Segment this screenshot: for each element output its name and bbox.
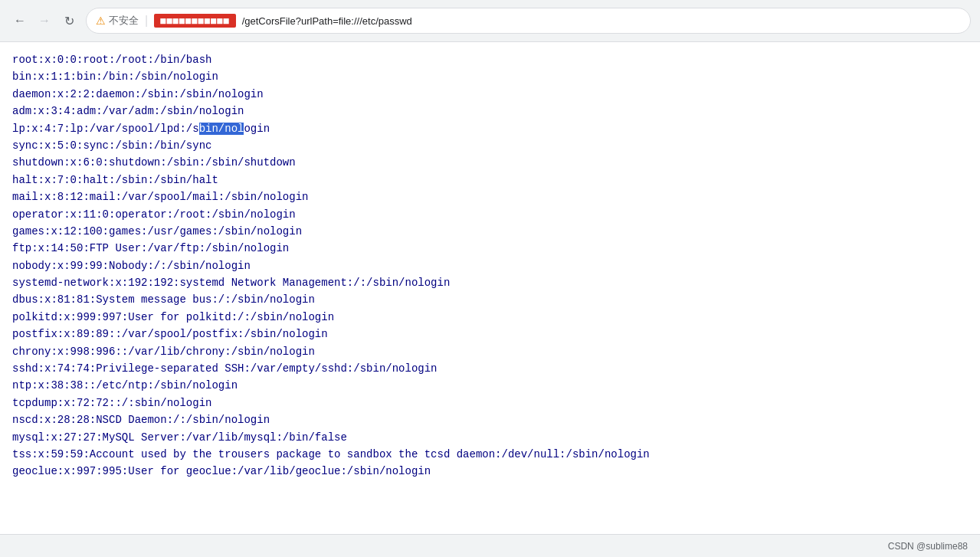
list-item: systemd-network:x:192:192:systemd Networ… bbox=[12, 274, 968, 291]
list-item: shutdown:x:6:0:shutdown:/sbin:/sbin/shut… bbox=[12, 154, 968, 171]
list-item: games:x:12:100:games:/usr/games:/sbin/no… bbox=[12, 223, 968, 240]
browser-footer: CSDN @sublime88 bbox=[0, 534, 980, 557]
list-item: nscd:x:28:28:NSCD Daemon:/:/sbin/nologin bbox=[12, 411, 968, 428]
address-bar[interactable]: ⚠ 不安全 | ■■■■■■■■■■■ /getCorsFile?urlPath… bbox=[86, 8, 971, 34]
selected-text: bin/nol bbox=[199, 123, 244, 135]
list-item: polkitd:x:999:997:User for polkitd:/:/sb… bbox=[12, 309, 968, 326]
url-path: /getCorsFile?urlPath=file:///etc/passwd bbox=[242, 15, 412, 27]
back-button[interactable]: ← bbox=[9, 10, 31, 31]
forward-button[interactable]: → bbox=[34, 10, 55, 31]
list-item: chrony:x:998:996::/var/lib/chrony:/sbin/… bbox=[12, 343, 968, 360]
list-item: halt:x:7:0:halt:/sbin:/sbin/halt bbox=[12, 172, 968, 188]
nav-buttons: ← → ↻ bbox=[9, 10, 80, 31]
list-item: geoclue:x:997:995:User for geoclue:/var/… bbox=[12, 463, 968, 480]
list-item: bin:x:1:1:bin:/bin:/sbin/nologin bbox=[12, 68, 968, 85]
list-item: adm:x:3:4:adm:/var/adm:/sbin/nologin bbox=[12, 103, 968, 120]
security-warning-label: 不安全 bbox=[109, 14, 139, 28]
back-icon: ← bbox=[14, 14, 26, 28]
list-item: daemon:x:2:2:daemon:/sbin:/sbin/nologin bbox=[12, 86, 968, 103]
warning-icon: ⚠ bbox=[96, 15, 106, 27]
list-item: dbus:x:81:81:System message bus:/:/sbin/… bbox=[12, 291, 968, 308]
list-item: ftp:x:14:50:FTP User:/var/ftp:/sbin/nolo… bbox=[12, 240, 968, 257]
list-item: mysql:x:27:27:MySQL Server:/var/lib/mysq… bbox=[12, 429, 968, 446]
list-item: root:x:0:0:root:/root:/bin/bash bbox=[12, 51, 968, 68]
list-item: lp:x:4:7:lp:/var/spool/lpd:/sbin/nologin bbox=[12, 120, 968, 137]
list-item: mail:x:8:12:mail:/var/spool/mail:/sbin/n… bbox=[12, 188, 968, 205]
reload-icon: ↻ bbox=[64, 14, 74, 28]
footer-text: CSDN @sublime88 bbox=[888, 541, 968, 552]
list-item: nobody:x:99:99:Nobody:/:/sbin/nologin bbox=[12, 257, 968, 274]
security-warning: ⚠ 不安全 bbox=[96, 14, 139, 28]
list-item: tss:x:59:59:Account used by the trousers… bbox=[12, 446, 968, 463]
list-item: operator:x:11:0:operator:/root:/sbin/nol… bbox=[12, 206, 968, 223]
list-item: sync:x:5:0:sync:/sbin:/bin/sync bbox=[12, 137, 968, 154]
list-item: sshd:x:74:74:Privilege-separated SSH:/va… bbox=[12, 360, 968, 377]
forward-icon: → bbox=[38, 14, 51, 28]
url-separator: | bbox=[145, 14, 148, 28]
list-item: postfix:x:89:89::/var/spool/postfix:/sbi… bbox=[12, 326, 968, 342]
browser-toolbar: ← → ↻ ⚠ 不安全 | ■■■■■■■■■■■ /getCorsFile?u… bbox=[0, 0, 980, 42]
reload-button[interactable]: ↻ bbox=[58, 10, 80, 31]
list-item: tcpdump:x:72:72::/:sbin/nologin bbox=[12, 395, 968, 411]
url-redacted: ■■■■■■■■■■■ bbox=[154, 14, 235, 28]
content-area: root:x:0:0:root:/root:/bin/bashbin:x:1:1… bbox=[0, 42, 980, 534]
list-item: ntp:x:38:38::/etc/ntp:/sbin/nologin bbox=[12, 377, 968, 394]
